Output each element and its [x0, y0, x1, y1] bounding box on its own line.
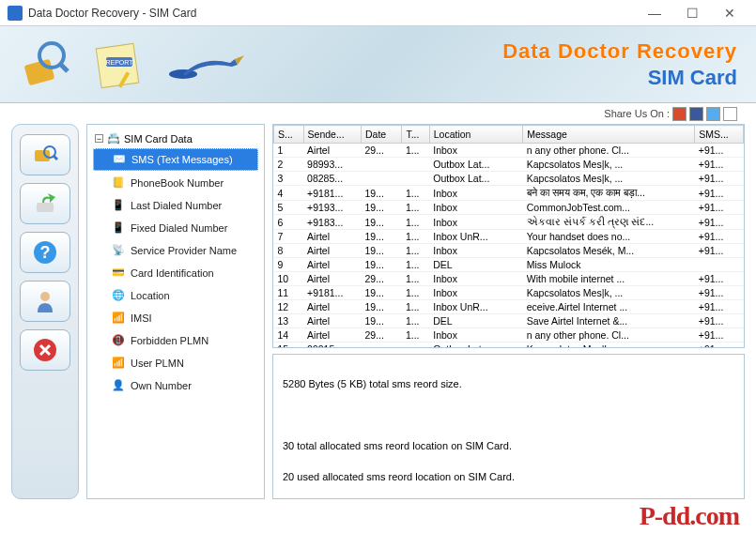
brand-subtitle: SIM Card — [502, 66, 737, 90]
close-tool-button[interactable] — [20, 329, 70, 371]
tree-item-label: IMSI — [131, 312, 152, 324]
tree-item-icon: 📵 — [112, 334, 125, 347]
table-row[interactable]: 12Airtel19...1...Inbox UnR...eceive.Airt… — [274, 300, 744, 314]
details-total: 30 total allocated sms reord location on… — [283, 438, 734, 454]
googleplus-icon[interactable] — [672, 107, 687, 121]
table-row[interactable]: 308285...Outbox Lat...Kapcsolatos Mes|k,… — [274, 172, 744, 186]
tree-item-3[interactable]: 📱Fixed Dialed Number — [93, 218, 258, 238]
svg-rect-0 — [24, 59, 55, 85]
tree-item-6[interactable]: 🌐Location — [93, 285, 258, 306]
col-header[interactable]: Date — [362, 126, 402, 144]
window-title: Data Doctor Recovery - SIM Card — [28, 7, 636, 20]
tree-item-label: Card Identification — [131, 267, 214, 279]
svg-text:?: ? — [40, 243, 51, 262]
tree-item-icon: 💳 — [112, 266, 125, 280]
tree-item-icon: 📡 — [112, 244, 125, 257]
tree-item-icon: 👤 — [112, 379, 125, 392]
titlebar: Data Doctor Recovery - SIM Card — ☐ ✕ — [0, 0, 756, 26]
twitter-icon[interactable] — [706, 107, 720, 121]
svg-line-10 — [54, 156, 57, 160]
tree-item-icon: 🌐 — [112, 289, 125, 302]
side-toolbar: ? — [11, 124, 79, 499]
table-row[interactable]: 14Airtel29...1...Inboxn any other phone.… — [274, 328, 744, 343]
banner: REPORT Data Doctor Recovery SIM Card — [0, 26, 756, 103]
minimize-button[interactable]: — — [636, 0, 673, 26]
details-panel: 5280 Bytes (5 KB) total sms reord size. … — [272, 354, 745, 499]
banner-graphics: REPORT — [19, 38, 249, 90]
tree-item-icon: ✉️ — [113, 153, 126, 166]
tree-item-5[interactable]: 💳Card Identification — [93, 263, 258, 283]
watermark: P-dd.com — [640, 501, 739, 531]
sim-magnifier-icon — [19, 38, 75, 90]
col-header[interactable]: Sende... — [303, 126, 361, 144]
details-used: 20 used allocated sms reord location on … — [283, 469, 734, 485]
sim-icon: 📇 — [107, 132, 120, 145]
right-panel: S...Sende...DateT...LocationMessageSMS..… — [272, 124, 745, 499]
share-more-icon[interactable] — [723, 107, 737, 121]
scan-button[interactable] — [20, 134, 70, 175]
tree-item-label: Fixed Dialed Number — [131, 222, 227, 234]
tree-item-2[interactable]: 📱Last Dialed Number — [93, 195, 258, 216]
table-row[interactable]: 8Airtel19...1...InboxKapcsolatos Mesék, … — [274, 244, 744, 258]
tree-item-4[interactable]: 📡Service Provider Name — [93, 240, 258, 261]
share-label: Share Us On : — [604, 108, 670, 119]
tree-item-9[interactable]: 📶User PLMN — [93, 353, 258, 373]
pen-icon — [164, 46, 249, 84]
tree-item-0[interactable]: ✉️SMS (Text Messages) — [93, 148, 258, 171]
col-header[interactable]: T... — [402, 126, 429, 144]
app-icon — [8, 6, 23, 21]
tree-item-label: SMS (Text Messages) — [131, 154, 233, 165]
tree-item-10[interactable]: 👤Own Number — [93, 375, 258, 396]
brand: Data Doctor Recovery SIM Card — [502, 39, 737, 90]
maximize-button[interactable]: ☐ — [673, 0, 711, 26]
share-strip: Share Us On : — [0, 103, 756, 124]
col-header[interactable]: S... — [274, 126, 304, 144]
tree-item-label: User PLMN — [131, 358, 184, 369]
facebook-icon[interactable] — [689, 107, 703, 121]
table-row[interactable]: 9Airtel19...1...DEL Miss Mulock — [274, 258, 744, 272]
tree-item-label: Own Number — [131, 380, 192, 391]
tree-item-icon: 📱 — [112, 199, 125, 212]
tree-item-8[interactable]: 📵Forbidden PLMN — [93, 330, 258, 351]
tree-item-icon: 📒 — [112, 176, 125, 190]
tree-panel: − 📇 SIM Card Data ✉️SMS (Text Messages)📒… — [86, 124, 265, 499]
table-row[interactable]: 13Airtel19...1...DELSave Airtel Internet… — [274, 314, 744, 328]
svg-rect-11 — [37, 203, 54, 212]
tree-item-label: Location — [131, 290, 170, 301]
brand-title: Data Doctor Recovery — [502, 39, 737, 64]
user-button[interactable] — [20, 281, 70, 322]
table-row[interactable]: 1509015Outbox LatKancsolatos Mes|k+91 — [274, 343, 744, 349]
table-row[interactable]: 11+9181...19...1...InboxKapcsolatos Mes|… — [274, 286, 744, 300]
svg-point-14 — [40, 292, 50, 301]
table-row[interactable]: 10Airtel29...1...InboxWith mobile intern… — [274, 272, 744, 286]
recover-button[interactable] — [20, 183, 70, 224]
table-row[interactable]: 6+9183...19...1...Inboxએકવાર સંપર્ક કરી … — [274, 215, 744, 230]
tree-item-1[interactable]: 📒PhoneBook Number — [93, 173, 258, 193]
tree-item-icon: 📱 — [112, 221, 125, 235]
col-header[interactable]: Message — [523, 126, 695, 144]
collapse-icon[interactable]: − — [95, 134, 103, 143]
table-row[interactable]: 7Airtel19...1...Inbox UnR...Your handset… — [274, 230, 744, 244]
report-icon: REPORT — [89, 38, 150, 90]
tree-item-label: PhoneBook Number — [131, 177, 224, 189]
svg-rect-8 — [35, 150, 50, 161]
table-row[interactable]: 4+9181...19...1...Inboxबने का समय कम, एक… — [274, 186, 744, 201]
table-row[interactable]: 298993...Outbox Lat...Kapcsolatos Mes|k,… — [274, 158, 744, 172]
close-button[interactable]: ✕ — [711, 0, 748, 26]
details-size: 5280 Bytes (5 KB) total sms reord size. — [283, 376, 734, 392]
table-row[interactable]: 1Airtel29...1...Inboxn any other phone. … — [274, 144, 744, 158]
table-row[interactable]: 5+9193...19...1...InboxCommonJobTest.com… — [274, 201, 744, 215]
tree-root-label: SIM Card Data — [124, 133, 193, 145]
col-header[interactable]: Location — [429, 126, 523, 144]
tree-root[interactable]: − 📇 SIM Card Data — [93, 130, 258, 146]
tree-item-7[interactable]: 📶IMSI — [93, 308, 258, 328]
help-button[interactable]: ? — [20, 232, 70, 273]
main-area: ? − 📇 SIM Card Data ✉️SMS (Text Messages… — [0, 124, 756, 499]
svg-line-2 — [60, 64, 68, 71]
tree-item-icon: 📶 — [112, 357, 125, 370]
col-header[interactable]: SMS... — [695, 126, 744, 144]
tree-item-icon: 📶 — [112, 312, 125, 325]
svg-text:REPORT: REPORT — [105, 59, 133, 66]
sms-table[interactable]: S...Sende...DateT...LocationMessageSMS..… — [272, 124, 745, 348]
tree-item-label: Last Dialed Number — [131, 200, 222, 211]
